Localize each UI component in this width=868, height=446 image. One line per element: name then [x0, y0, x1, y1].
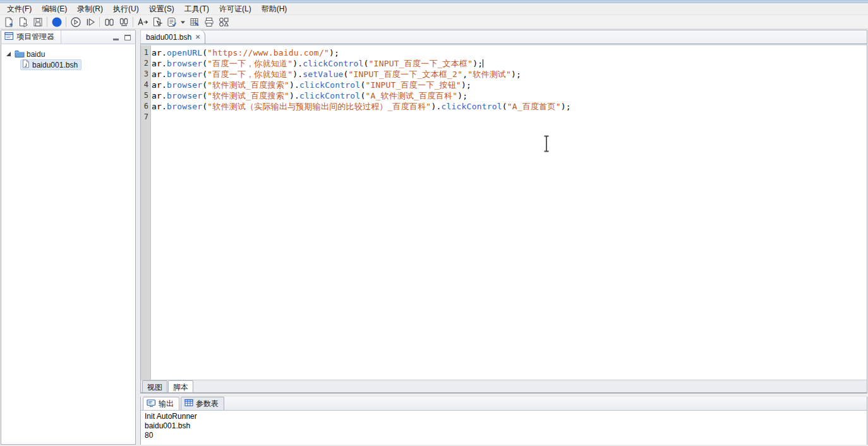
output-tab-bar: 输出参数表	[141, 397, 867, 411]
list-check-icon	[166, 16, 178, 28]
line-number: 3	[141, 69, 150, 80]
menu-file[interactable]: 文件(F)	[2, 3, 37, 16]
menu-record[interactable]: 录制(R)	[72, 3, 108, 16]
code-text: ar.browser("百度一下，你就知道").clickControl("IN…	[150, 58, 483, 69]
tree-item-baidu[interactable]: baidu	[1, 49, 135, 59]
menu-edit[interactable]: 编辑(E)	[37, 3, 72, 16]
project-manager-panel: 项目管理器 baidu baidu001.bsh	[0, 29, 136, 445]
code-line-3: 3ar.browser("百度一下，你就知道").setValue("INPUT…	[141, 69, 867, 80]
print-button[interactable]	[202, 16, 216, 28]
caret-down-icon	[180, 16, 186, 28]
editor-tab-baidu001[interactable]: baidu001.bsh ✕	[140, 30, 205, 44]
project-tree: baidu baidu001.bsh	[1, 44, 136, 445]
console-line: 80	[145, 431, 867, 440]
code-lines: 1ar.openURL("https://www.baidu.com/");2a…	[141, 47, 867, 123]
play-button[interactable]	[68, 16, 83, 28]
grid-edit-button[interactable]	[187, 16, 202, 28]
tree-item-label: baidu	[27, 50, 45, 59]
printer-icon	[203, 16, 215, 28]
record-circle-icon	[51, 16, 63, 28]
shapes-icon	[218, 16, 229, 28]
code-text: ar.browser("软件测试（实际输出与预期输出间的比较过程）_百度百科")…	[150, 101, 571, 112]
toolbar-separator	[66, 17, 66, 27]
page-tab-view[interactable]: 视图	[142, 380, 167, 392]
page-tab-script[interactable]: 脚本	[168, 380, 193, 392]
checklist-menu-button[interactable]	[179, 16, 187, 28]
output-tab-label: 参数表	[196, 399, 219, 409]
horizontal-sash[interactable]	[140, 392, 867, 397]
code-line-1: 1ar.openURL("https://www.baidu.com/");	[141, 47, 867, 58]
output-tab-output[interactable]: 输出	[143, 397, 179, 410]
record-button[interactable]	[49, 16, 64, 28]
editor-tab-bar: baidu001.bsh ✕	[140, 30, 867, 44]
maximize-icon[interactable]	[124, 35, 131, 40]
page-cursor-icon	[152, 16, 163, 28]
toolbar-separator	[47, 17, 47, 27]
page-play-icon	[18, 16, 29, 28]
line-number: 4	[141, 80, 150, 90]
script-run-button[interactable]	[16, 16, 30, 28]
save-button[interactable]	[30, 16, 45, 28]
ibeam-cursor	[543, 135, 550, 155]
line-number: 5	[141, 90, 150, 101]
code-text: ar.openURL("https://www.baidu.com/");	[150, 47, 339, 58]
find-object-button[interactable]	[150, 16, 164, 28]
floppy-icon	[32, 16, 44, 28]
menu-settings[interactable]: 设置(S)	[144, 3, 179, 16]
output-tab-param-table[interactable]: 参数表	[181, 397, 224, 410]
binoculars-button[interactable]	[102, 16, 116, 28]
editor-tab-label: baidu001.bsh	[146, 33, 191, 42]
checklist-button[interactable]	[164, 16, 179, 28]
project-manager-tab[interactable]: 项目管理器	[1, 30, 61, 44]
step-play-icon	[85, 16, 96, 28]
console-line: baidu001.bsh	[145, 421, 867, 431]
close-icon[interactable]: ✕	[195, 34, 200, 40]
project-manager-icon	[4, 32, 14, 42]
code-text: ar.browser("软件测试_百度搜索").clickControl("IN…	[150, 80, 471, 90]
project-manager-header: 项目管理器	[1, 30, 136, 44]
text-caret	[483, 59, 483, 68]
output-console[interactable]: Init AutoRunnerbaidu001.bsh80	[141, 411, 867, 445]
tree-item-label: baidu001.bsh	[32, 61, 78, 69]
play-circle-icon	[70, 16, 81, 28]
tree-item-baidu001[interactable]: baidu001.bsh	[20, 59, 81, 70]
console-icon	[147, 399, 156, 409]
code-text: ar.browser("百度一下，你就知道").setValue("INPUT_…	[150, 69, 521, 80]
workbench: 项目管理器 baidu baidu001.bsh	[0, 29, 868, 445]
output-panel: 输出参数表 Init AutoRunnerbaidu001.bsh80	[140, 397, 867, 445]
toolbar	[0, 15, 868, 29]
line-number: 7	[141, 112, 150, 123]
output-tab-label: 输出	[159, 399, 174, 409]
line-number: 1	[141, 47, 150, 58]
code-text: ar.browser("软件测试_百度搜索").clickControl("A_…	[150, 90, 467, 101]
vertical-sash[interactable]	[136, 29, 140, 445]
editor-area: baidu001.bsh ✕ 1ar.openURL("https://www.…	[140, 29, 868, 445]
console-line: Init AutoRunner	[145, 412, 867, 421]
page-plus-icon	[3, 16, 15, 28]
menu-tools[interactable]: 工具(T)	[179, 3, 214, 16]
menu-help[interactable]: 帮助(H)	[256, 3, 292, 16]
code-text	[150, 112, 152, 123]
expander-icon[interactable]	[6, 52, 11, 56]
project-manager-title: 项目管理器	[16, 32, 54, 42]
font-size-button[interactable]	[135, 16, 150, 28]
step-button[interactable]	[83, 16, 97, 28]
new-script-button[interactable]	[1, 16, 16, 28]
script-file-icon	[22, 59, 30, 70]
binoculars-alt-button[interactable]	[116, 16, 131, 28]
menu-license[interactable]: 许可证(L)	[214, 3, 256, 16]
code-editor[interactable]: 1ar.openURL("https://www.baidu.com/");2a…	[140, 44, 867, 380]
folder-icon	[15, 49, 25, 59]
panel-buttons	[113, 35, 131, 40]
code-line-6: 6ar.browser("软件测试（实际输出与预期输出间的比较过程）_百度百科"…	[141, 101, 867, 112]
binoculars-alt-icon	[118, 16, 130, 28]
editor-page-tabs: 视图脚本	[140, 380, 867, 392]
code-line-2: 2ar.browser("百度一下，你就知道").clickControl("I…	[141, 58, 867, 69]
line-number: 2	[141, 58, 150, 69]
shapes-button[interactable]	[216, 16, 231, 28]
menu-bar: 文件(F)编辑(E)录制(R)执行(U)设置(S)工具(T)许可证(L)帮助(H…	[0, 3, 868, 15]
code-line-5: 5ar.browser("软件测试_百度搜索").clickControl("A…	[141, 90, 867, 101]
menu-run[interactable]: 执行(U)	[108, 3, 144, 16]
table-icon	[184, 399, 193, 409]
minimize-icon[interactable]	[113, 39, 119, 40]
